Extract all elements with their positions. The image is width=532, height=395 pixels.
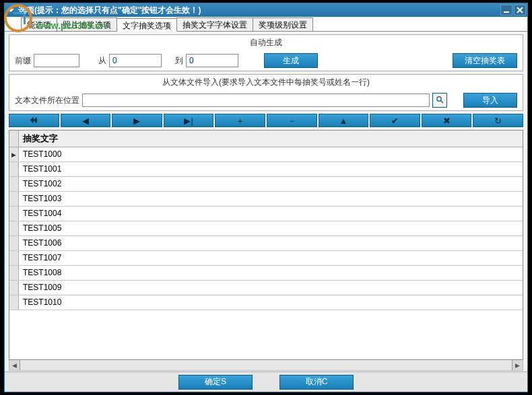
nav-next-button[interactable]: ▶ (112, 114, 162, 127)
to-input[interactable] (186, 54, 238, 67)
import-panel: 从文体文件导入(要求导入文本文件中每抽奖号或姓名一行) 文本文件所在位置 导入 (9, 74, 523, 111)
nav-prev-button[interactable]: ◀ (61, 114, 111, 127)
grid-header: 抽奖文字 (9, 131, 523, 147)
scroll-left-button[interactable]: ◀ (9, 360, 20, 370)
nav-first-button[interactable]: ⯬ (9, 114, 59, 127)
tab-prize-levels[interactable]: 奖项级别设置 (253, 17, 313, 31)
table-row[interactable]: TEST1001 (9, 162, 523, 177)
close-button[interactable] (514, 5, 526, 15)
grid-corner (9, 131, 19, 147)
nav-delete-button[interactable]: － (267, 114, 317, 127)
cancel-button[interactable]: 取消C (279, 375, 354, 390)
lottery-text-cell[interactable]: TEST1008 (19, 266, 523, 280)
svg-rect-0 (504, 11, 509, 13)
nav-edit-button[interactable]: ▲ (319, 114, 369, 127)
nav-add-button[interactable]: ＋ (215, 114, 265, 127)
table-row[interactable]: TEST1010 (9, 295, 523, 310)
prefix-input[interactable] (34, 54, 79, 67)
auto-generate-panel: 自动生成 前缀 从 到 生成 清空抽奖表 (9, 34, 523, 71)
check-icon: ✔ (391, 116, 399, 125)
tab-general[interactable]: 能选项 (21, 17, 57, 31)
triangle-up-icon: ▲ (339, 116, 347, 125)
row-indicator (9, 177, 19, 191)
tab-text-lottery[interactable]: 文字抽奖选项 (117, 18, 177, 32)
lottery-text-grid: 抽奖文字 TEST1000TEST1001TEST1002TEST1003TES… (9, 130, 523, 360)
nav-cancel-button[interactable]: ✖ (422, 114, 472, 127)
refresh-icon: ↻ (494, 116, 502, 125)
dialog-footer: 确定S 取消C (5, 371, 527, 392)
row-indicator (9, 281, 19, 295)
table-row[interactable]: TEST1008 (9, 266, 523, 281)
lottery-text-cell[interactable]: TEST1006 (19, 236, 523, 250)
minimize-button[interactable] (500, 5, 512, 15)
ok-button[interactable]: 确定S (178, 375, 253, 390)
auto-generate-title: 自动生成 (9, 35, 523, 50)
table-row[interactable]: TEST1000 (9, 147, 523, 162)
import-button[interactable]: 导入 (463, 93, 517, 108)
from-label: 从 (98, 55, 106, 67)
row-indicator (9, 295, 19, 310)
table-row[interactable]: TEST1006 (9, 236, 523, 251)
table-row[interactable]: TEST1007 (9, 251, 523, 266)
lottery-text-cell[interactable]: TEST1009 (19, 281, 523, 295)
clear-table-button[interactable]: 清空抽奖表 (453, 53, 517, 68)
plus-icon: ＋ (236, 116, 244, 125)
svg-line-2 (441, 100, 444, 103)
tab-photo-lottery[interactable]: 照片抽奖选项 (57, 17, 117, 31)
options-dialog: 选项(提示：您的选择只有点"确定"按钮才会生效！) 能选项 照片抽奖选项 文字抽… (4, 3, 528, 392)
row-indicator (9, 221, 19, 236)
prev-icon: ◀ (82, 116, 89, 125)
path-label: 文本文件所在位置 (15, 95, 79, 106)
system-menu-icon[interactable] (6, 5, 15, 15)
row-indicator (9, 192, 19, 206)
scroll-right-button[interactable]: ▶ (512, 360, 523, 370)
nav-post-button[interactable]: ✔ (370, 114, 420, 127)
search-icon (436, 96, 444, 106)
horizontal-scrollbar[interactable]: ◀ ▶ (9, 360, 523, 371)
tab-strip: 能选项 照片抽奖选项 文字抽奖选项 抽奖文字字体设置 奖项级别设置 (5, 17, 527, 32)
row-indicator (9, 147, 19, 161)
window-title: 选项(提示：您的选择只有点"确定"按钮才会生效！) (18, 5, 500, 16)
tab-font-settings[interactable]: 抽奖文字字体设置 (176, 17, 253, 31)
record-nav-toolbar: ⯬ ◀ ▶ ▶| ＋ － ▲ ✔ ✖ ↻ (9, 114, 523, 127)
row-indicator (9, 251, 19, 265)
nav-refresh-button[interactable]: ↻ (473, 114, 523, 127)
table-row[interactable]: TEST1004 (9, 207, 523, 221)
lottery-text-cell[interactable]: TEST1010 (19, 295, 523, 310)
import-title: 从文体文件导入(要求导入文本文件中每抽奖号或姓名一行) (9, 75, 523, 90)
grid-body[interactable]: TEST1000TEST1001TEST1002TEST1003TEST1004… (9, 147, 523, 359)
browse-button[interactable] (432, 93, 447, 108)
row-indicator (9, 162, 19, 176)
prefix-label: 前缀 (15, 55, 31, 67)
titlebar: 选项(提示：您的选择只有点"确定"按钮才会生效！) (5, 3, 527, 17)
minus-icon: － (288, 116, 296, 125)
file-path-input[interactable] (82, 94, 430, 107)
to-label: 到 (175, 55, 183, 67)
last-icon: ▶| (184, 116, 193, 125)
lottery-text-cell[interactable]: TEST1004 (19, 207, 523, 221)
lottery-text-cell[interactable]: TEST1007 (19, 251, 523, 265)
lottery-text-cell[interactable]: TEST1005 (19, 221, 523, 236)
row-indicator (9, 207, 19, 221)
first-icon: ⯬ (30, 116, 38, 125)
table-row[interactable]: TEST1005 (9, 221, 523, 236)
tab-content: 自动生成 前缀 从 到 生成 清空抽奖表 从文体文件导入(要求导入文本文件中每抽… (5, 32, 527, 373)
from-input[interactable] (109, 54, 162, 67)
table-row[interactable]: TEST1009 (9, 281, 523, 295)
lottery-text-cell[interactable]: TEST1001 (19, 162, 523, 176)
x-icon: ✖ (443, 116, 451, 125)
svg-point-1 (437, 96, 441, 100)
generate-button[interactable]: 生成 (264, 53, 318, 68)
row-indicator (9, 236, 19, 250)
lottery-text-cell[interactable]: TEST1002 (19, 177, 523, 191)
table-row[interactable]: TEST1002 (9, 177, 523, 192)
lottery-text-cell[interactable]: TEST1000 (19, 147, 523, 161)
nav-last-button[interactable]: ▶| (164, 114, 214, 127)
row-indicator (9, 266, 19, 280)
lottery-text-cell[interactable]: TEST1003 (19, 192, 523, 206)
next-icon: ▶ (133, 116, 140, 125)
column-header-lottery-text[interactable]: 抽奖文字 (19, 131, 523, 147)
table-row[interactable]: TEST1003 (9, 192, 523, 207)
